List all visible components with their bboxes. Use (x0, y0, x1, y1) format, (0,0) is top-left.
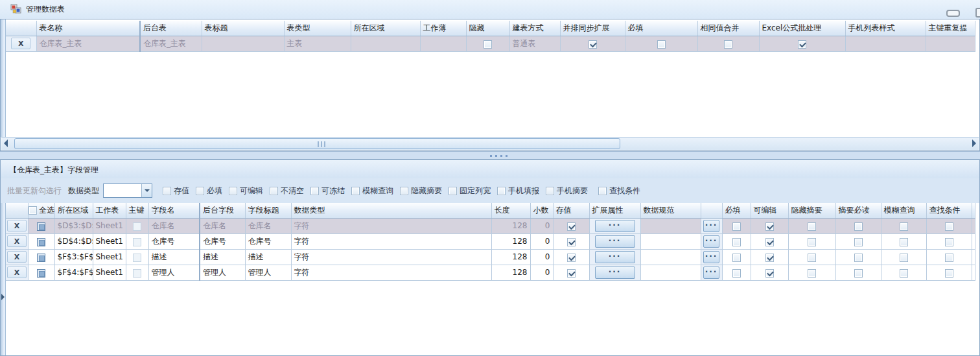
cell-decimals[interactable]: 0 (530, 233, 553, 249)
cell-field-name[interactable]: 描述 (148, 249, 200, 265)
required-checkbox[interactable] (657, 40, 666, 49)
cell-backend-field[interactable]: 管理人 (200, 265, 245, 280)
cell-table-name[interactable]: 仓库表_主表 (36, 36, 140, 51)
toolbar-option-search-condition[interactable]: 查找条件 (598, 185, 640, 196)
toolbar-option-mobile-summary[interactable]: 手机摘要 (546, 185, 588, 196)
cell-data-type[interactable]: 字符 (291, 218, 491, 233)
primary-key-checkbox[interactable] (133, 254, 141, 262)
delete-row-button[interactable]: X (7, 220, 27, 231)
cell-field-name[interactable]: 管理人 (148, 265, 200, 280)
cell-field-title[interactable]: 仓库名 (245, 218, 291, 233)
hide-summary-checkbox[interactable] (808, 269, 816, 278)
column-header-create-mode[interactable]: 建表方式 (509, 21, 560, 36)
toolbar-option-fuzzy-search[interactable]: 模糊查询 (351, 185, 393, 196)
primary-key-checkbox[interactable] (133, 222, 141, 231)
column-header-backend-table[interactable]: 后台表 (140, 21, 202, 36)
column-header-table-title[interactable]: 表标题 (202, 21, 284, 36)
freezable-checkbox[interactable] (310, 187, 319, 195)
toolbar-option-hide-summary[interactable]: 隐藏摘要 (400, 185, 442, 196)
search-condition-checkbox[interactable] (945, 269, 953, 278)
cell-workbook[interactable] (420, 36, 466, 51)
required-checkbox[interactable] (732, 269, 741, 278)
combobox-dropdown-button[interactable] (141, 184, 152, 197)
mobile-summary-checkbox[interactable] (546, 187, 554, 195)
column-header-required[interactable]: 必填 (722, 203, 751, 218)
cell-decimals[interactable]: 0 (530, 265, 553, 280)
row-select-checkbox[interactable] (37, 238, 45, 246)
mobile-fill-checkbox[interactable] (497, 187, 506, 195)
cell-field-name[interactable]: 仓库名 (148, 218, 200, 233)
editable-checkbox[interactable] (765, 222, 774, 231)
cell-mobile-list-style[interactable] (845, 36, 926, 51)
delete-row-button[interactable]: X (7, 235, 27, 247)
cell-pk-duplicate[interactable] (926, 36, 975, 51)
editable-checkbox[interactable] (229, 187, 237, 195)
cell-data-type[interactable]: 字符 (291, 233, 491, 249)
cell-worksheet[interactable]: Sheet1 (93, 233, 126, 249)
cell-worksheet[interactable]: Sheet1 (93, 218, 126, 233)
column-header-store[interactable]: 存值 (553, 203, 589, 218)
cell-field-name[interactable]: 仓库号 (148, 233, 200, 249)
cell-region[interactable]: $D$3:$D$3 (54, 218, 93, 233)
toolbar-option-fixed-width[interactable]: 固定列宽 (449, 185, 491, 196)
column-header-search-condition[interactable]: 查找条件 (926, 203, 972, 218)
column-header-data-spec[interactable]: 数据规范 (640, 203, 701, 218)
scroll-right-arrow-icon[interactable] (972, 139, 976, 147)
search-condition-checkbox[interactable] (945, 222, 953, 231)
cell-field-title[interactable]: 管理人 (245, 265, 291, 280)
store-checkbox[interactable] (567, 269, 576, 278)
cell-region[interactable] (351, 36, 420, 51)
column-header-primary-key[interactable]: 主键 (126, 203, 148, 218)
datatype-combobox[interactable] (103, 184, 152, 198)
cell-length[interactable]: 128 (491, 233, 530, 249)
column-header-decimals[interactable]: 小数 (530, 203, 553, 218)
cell-data-spec[interactable] (640, 265, 701, 280)
toolbar-option-freezable[interactable]: 可冻结 (310, 185, 345, 196)
minimize-button[interactable] (946, 10, 960, 17)
column-header-merge-same-value[interactable]: 相同值合并 (697, 21, 759, 36)
required-checkbox[interactable] (732, 238, 741, 246)
cell-decimals[interactable]: 0 (530, 249, 553, 265)
more-button[interactable]: ... (703, 220, 719, 232)
fuzzy-search-checkbox[interactable] (351, 187, 360, 195)
store-checkbox[interactable] (163, 187, 171, 195)
summary-required-checkbox[interactable] (854, 238, 863, 246)
column-header-table-type[interactable]: 表类型 (284, 21, 351, 36)
column-header-workbook[interactable]: 工作薄 (420, 21, 466, 36)
cell-data-spec[interactable] (640, 249, 701, 265)
editable-checkbox[interactable] (765, 254, 774, 262)
window-control-partial-button[interactable] (975, 8, 980, 18)
column-header-pk-duplicate[interactable]: 主键重复提 (926, 21, 975, 36)
cell-data-type[interactable]: 字符 (291, 265, 491, 280)
top-grid-hscrollbar[interactable] (1, 137, 979, 150)
column-header-select-all[interactable]: 全选 (28, 203, 54, 218)
toolbar-option-editable[interactable]: 可编辑 (229, 185, 263, 196)
merge-same-value-checkbox[interactable] (724, 40, 732, 49)
no-clear-checkbox[interactable] (270, 187, 278, 195)
select-all-checkbox[interactable] (29, 206, 37, 215)
column-header-region[interactable]: 所在区域 (54, 203, 93, 218)
row-select-checkbox[interactable] (37, 269, 45, 278)
hide-summary-checkbox[interactable] (808, 238, 816, 246)
column-header-length[interactable]: 长度 (491, 203, 530, 218)
extended-props-button[interactable]: ... (595, 220, 635, 232)
column-header-field-title[interactable]: 字段标题 (245, 203, 291, 218)
cell-region[interactable]: $D$4:$D$4 (54, 233, 93, 249)
cell-field-title[interactable]: 仓库号 (245, 233, 291, 249)
cell-create-mode[interactable]: 普通表 (509, 36, 560, 51)
scrollbar-thumb[interactable] (14, 138, 620, 149)
hidden-checkbox[interactable] (484, 40, 492, 49)
cell-table-title[interactable] (202, 36, 284, 51)
hide-summary-checkbox[interactable] (808, 254, 816, 262)
required-checkbox[interactable] (196, 187, 204, 195)
column-header-summary-required[interactable]: 摘要必读 (835, 203, 881, 218)
column-header-excel-formula-batch[interactable]: Excel公式批处理 (759, 21, 845, 36)
column-header-region[interactable]: 所在区域 (351, 21, 420, 36)
hide-summary-checkbox[interactable] (400, 187, 408, 195)
column-header-worksheet[interactable]: 工作表 (93, 203, 126, 218)
summary-required-checkbox[interactable] (854, 222, 863, 231)
cell-length[interactable]: 128 (491, 265, 530, 280)
cell-data-spec[interactable] (640, 233, 701, 249)
cell-backend-field[interactable]: 仓库名 (200, 218, 245, 233)
extended-props-button[interactable]: ... (595, 235, 635, 248)
